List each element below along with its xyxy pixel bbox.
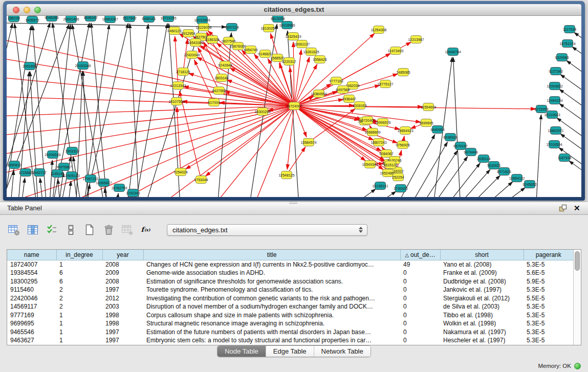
network-node-1215683[interactable]: 1215683: [18, 169, 32, 177]
table-row[interactable]: 946554611997Estimation of the future num…: [7, 328, 573, 337]
table-settings-icon[interactable]: [7, 223, 20, 236]
network-node-8454749[interactable]: 8454749: [244, 46, 257, 54]
network-node-10688609[interactable]: 10688609: [364, 128, 380, 136]
float-panel-icon[interactable]: [559, 204, 567, 212]
network-node-1117534[interactable]: 1117534: [563, 26, 576, 33]
network-node-1292346[interactable]: 1292346: [126, 189, 140, 197]
network-node-1615122[interactable]: 1615122: [383, 161, 397, 169]
network-node-17016504[interactable]: 17016504: [546, 141, 562, 148]
network-node-8220317[interactable]: 8220317: [282, 58, 296, 65]
network-node-1696107[interactable]: 1696107: [83, 16, 97, 21]
network-node-2718126[interactable]: 2718126: [176, 68, 190, 76]
network-node-10653287[interactable]: 10653287: [102, 16, 118, 23]
network-node-817004[interactable]: 817004: [208, 99, 220, 106]
network-node-7254024[interactable]: 7254024: [173, 168, 187, 176]
new-table-icon[interactable]: [83, 223, 96, 236]
network-node-20206516[interactable]: 20206516: [45, 151, 60, 159]
network-node-16648784[interactable]: 16648784: [445, 48, 461, 56]
network-node-8912954[interactable]: 8912954: [181, 30, 195, 37]
tab-node-table[interactable]: Node Table: [217, 346, 266, 357]
tab-network-table[interactable]: Network Table: [314, 346, 371, 357]
network-node-8215953[interactable]: 8215953: [534, 105, 548, 113]
network-node-19061197[interactable]: 19061197: [294, 40, 310, 48]
table-row[interactable]: 1456911722003Disruption of a novel membe…: [7, 302, 573, 311]
table-row[interactable]: 1872400712008Changes of HCN gene express…: [7, 260, 573, 269]
network-node-9777163[interactable]: 9777163: [329, 77, 343, 85]
network-node-9046286[interactable]: 9046286: [45, 16, 58, 21]
table-scrollbar[interactable]: [573, 250, 581, 345]
table-row[interactable]: 1938455462009Genome-wide association stu…: [7, 269, 573, 277]
scrollbar-thumb[interactable]: [575, 251, 580, 271]
network-node-20691406[interactable]: 20691406: [63, 16, 79, 23]
network-node-18107554[interactable]: 18107554: [168, 98, 184, 105]
network-node-1316163[interactable]: 1316163: [353, 102, 366, 110]
import-table-icon[interactable]: [121, 223, 134, 236]
network-node-1527602[interactable]: 1527602: [122, 16, 136, 22]
network-node-6466161[interactable]: 6466161: [142, 16, 156, 23]
network-node-6879197[interactable]: 6879197: [453, 142, 467, 150]
column-header-short[interactable]: short: [440, 250, 524, 260]
network-node-10654112[interactable]: 10654112: [509, 174, 525, 182]
network-node-9699695[interactable]: 9699695: [419, 119, 433, 127]
network-node-19654923[interactable]: 19654923: [397, 127, 413, 135]
network-node-8427552[interactable]: 8427552: [212, 87, 226, 95]
network-node-9242844[interactable]: 9242844: [218, 61, 232, 69]
network-node-9227343[interactable]: 9227343: [549, 68, 562, 75]
network-node-9440954[interactable]: 9440954: [430, 126, 444, 134]
network-node-15892971[interactable]: 15892971: [548, 127, 563, 135]
network-node-186190[interactable]: 186190: [8, 16, 19, 22]
network-node-2935114[interactable]: 2935114: [477, 155, 491, 163]
column-header-year[interactable]: year: [102, 250, 143, 260]
network-node-1942737[interactable]: 1942737: [32, 169, 46, 177]
network-node-11254308[interactable]: 11254308: [371, 26, 387, 34]
network-node-15751074[interactable]: 15751074: [559, 40, 575, 48]
close-window-button[interactable]: [13, 7, 19, 13]
network-node-9756928[interactable]: 9756928: [396, 141, 409, 149]
network-node-1753044[interactable]: 1753044: [194, 176, 208, 184]
column-header-out-de-[interactable]: △out_de…: [400, 250, 440, 260]
column-header-pagerank[interactable]: pagerank: [524, 250, 573, 260]
network-node-1145149[interactable]: 1145149: [51, 170, 64, 178]
column-header-in-degree[interactable]: in_degree: [56, 250, 102, 260]
network-node-15136141[interactable]: 15136141: [372, 182, 388, 190]
network-node-2803144[interactable]: 2803144: [214, 74, 228, 82]
panel-resize-grip[interactable]: [289, 202, 297, 204]
tab-edge-table[interactable]: Edge Table: [266, 346, 314, 357]
network-node-9245652[interactable]: 9245652: [522, 181, 536, 188]
network-node-9329966[interactable]: 9329966: [555, 54, 569, 61]
network-node-11554609[interactable]: 11554609: [421, 103, 437, 111]
network-node-8186328[interactable]: 8186328: [205, 36, 219, 43]
network-node-10719155[interactable]: 10719155: [160, 16, 176, 22]
delete-table-icon[interactable]: [102, 223, 115, 236]
close-panel-icon[interactable]: ✕: [574, 204, 582, 212]
table-row[interactable]: 911546021997Tourette syndrome. Phenomeno…: [7, 286, 573, 294]
network-node-7485085[interactable]: 7485085: [396, 69, 410, 76]
network-node-18130254[interactable]: 18130254: [260, 25, 276, 32]
network-node-12548125[interactable]: 12548125: [278, 171, 294, 179]
network-node-2051693[interactable]: 2051693: [23, 62, 36, 70]
network-node-8497568[interactable]: 8497568: [336, 86, 350, 94]
network-node-1733426[interactable]: 1733426: [394, 185, 407, 192]
table-row[interactable]: 977716911998Corpus callosum shape and si…: [7, 311, 573, 320]
minimize-window-button[interactable]: [24, 7, 30, 13]
network-node-8460123[interactable]: 8460123: [167, 27, 181, 35]
citation-network-graph[interactable]: 1861901405572904628620691406169610710653…: [7, 16, 581, 197]
network-node-18226058[interactable]: 18226058: [195, 24, 211, 31]
table-selector[interactable]: citations_edges.txt: [167, 224, 367, 236]
network-node-1405572[interactable]: 1405572: [25, 16, 39, 24]
network-node-7632621[interactable]: 7632621: [487, 162, 500, 169]
column-header-name[interactable]: name: [7, 250, 56, 260]
table-row[interactable]: 969969511998Structural magnetic resonanc…: [7, 319, 573, 328]
network-node-12093832[interactable]: 12093832: [547, 82, 562, 90]
column-header-title[interactable]: title: [143, 250, 400, 260]
table-row[interactable]: 1830029562008Estimation of significance …: [7, 277, 573, 286]
network-node-18775127[interactable]: 18775127: [377, 80, 393, 88]
network-node-7857224[interactable]: 7857224: [225, 24, 238, 31]
column-visibility-icon[interactable]: [26, 223, 39, 236]
table-row[interactable]: 946362711997Embryonic stem cells: a mode…: [7, 336, 573, 345]
network-node-8938924[interactable]: 8938924: [443, 134, 457, 141]
window-titlebar[interactable]: citations_edges.txt: [7, 4, 581, 16]
zoom-window-button[interactable]: [34, 7, 41, 13]
network-node-12444154[interactable]: 12444154: [547, 97, 562, 104]
function-builder-icon[interactable]: f (x): [140, 223, 153, 236]
